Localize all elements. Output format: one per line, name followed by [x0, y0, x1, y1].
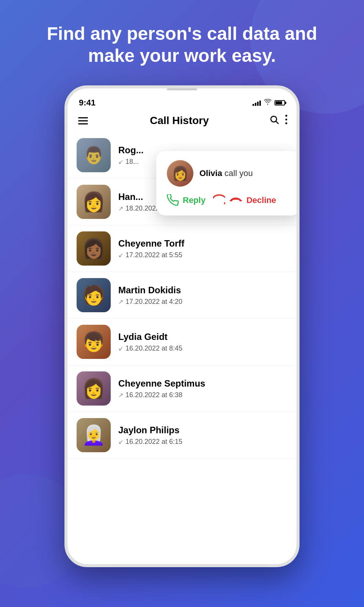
- call-info: Cheyenne Torff ↙ 17.20.2022 at 5:55: [118, 238, 287, 259]
- status-time: 9:41: [79, 98, 96, 108]
- call-item[interactable]: 👩🏾 Cheyenne Torff ↙ 17.20.2022 at 5:55: [67, 225, 297, 272]
- call-list: 👨 Rog... ↙ 18... 👩 Olivia call you: [67, 132, 297, 459]
- call-detail: ↗ 17.20.2022 at 4:20: [118, 298, 287, 306]
- call-direction-icon: ↙: [118, 438, 123, 445]
- signal-icon: [253, 100, 261, 106]
- app-header: Call History: [67, 111, 297, 132]
- search-button[interactable]: [269, 115, 279, 127]
- caller-name: Olivia: [199, 168, 222, 178]
- status-bar: 9:41: [67, 92, 297, 111]
- call-detail: ↙ 16.20.2022 at 6:15: [118, 438, 287, 446]
- call-direction-icon: ↙: [118, 252, 123, 259]
- contact-name: Martin Dokidis: [118, 285, 287, 296]
- call-info: Jaylon Philips ↙ 16.20.2022 at 6:15: [118, 425, 287, 446]
- contact-name: Lydia Geidt: [118, 332, 287, 342]
- decline-icon: [229, 196, 243, 205]
- reply-phone-icon: [167, 194, 179, 206]
- call-info: Lydia Geidt ↙ 16.20.2022 at 8:45: [118, 332, 287, 352]
- popup-actions: Reply Decline: [167, 194, 290, 206]
- menu-button[interactable]: [77, 116, 89, 126]
- avatar: 👩🏾: [77, 231, 111, 266]
- status-icons: [253, 99, 285, 107]
- header-actions: [269, 115, 287, 127]
- call-direction-icon: ↙: [118, 345, 123, 352]
- avatar: 👨: [77, 138, 111, 172]
- caller-info: Olivia call you: [199, 168, 253, 178]
- call-info: Cheyenne Septimus ↗ 16.20.2022 at 6:38: [118, 378, 287, 399]
- decline-phone-icon: [213, 194, 225, 206]
- phone-notch: [67, 88, 297, 90]
- caller-avatar: 👩: [167, 160, 193, 187]
- svg-point-2: [285, 115, 287, 117]
- call-info: Martin Dokidis ↗ 17.20.2022 at 4:20: [118, 285, 287, 306]
- app-title: Call History: [150, 115, 209, 127]
- svg-point-3: [285, 119, 287, 121]
- reply-button[interactable]: Reply: [167, 194, 206, 206]
- call-detail: ↙ 16.20.2022 at 8:45: [118, 344, 287, 352]
- call-detail: ↗ 16.20.2022 at 6:38: [118, 391, 287, 399]
- call-detail: ↙ 17.20.2022 at 5:55: [118, 251, 287, 259]
- headline-line1: Find any person's call data and: [47, 24, 317, 44]
- call-direction-icon: ↗: [118, 392, 123, 399]
- popup-header: 👩 Olivia call you: [167, 160, 290, 187]
- headline-line2: make your work easy.: [88, 46, 276, 66]
- avatar: 👩‍🦳: [77, 418, 111, 452]
- incoming-call-popup: 👩 Olivia call you Reply: [156, 151, 297, 215]
- avatar: 👦: [77, 325, 111, 359]
- avatar: 🧑: [77, 278, 111, 312]
- notch-pill: [167, 88, 197, 90]
- call-direction-icon: ↗: [118, 298, 123, 305]
- more-button[interactable]: [285, 115, 287, 127]
- call-item[interactable]: 👩‍🦳 Jaylon Philips ↙ 16.20.2022 at 6:15: [67, 412, 297, 459]
- avatar: 👩: [77, 371, 111, 406]
- page-headline: Find any person's call data and make you…: [24, 23, 340, 66]
- call-item[interactable]: 🧑 Martin Dokidis ↗ 17.20.2022 at 4:20: [67, 272, 297, 319]
- call-item[interactable]: 👩 Cheyenne Septimus ↗ 16.20.2022 at 6:38: [67, 365, 297, 412]
- contact-name: Cheyenne Torff: [118, 238, 287, 249]
- caller-suffix: call you: [222, 168, 253, 178]
- contact-name: Jaylon Philips: [118, 425, 287, 436]
- reply-label: Reply: [183, 195, 206, 205]
- avatar: 👩: [77, 185, 111, 219]
- call-direction-icon: ↗: [118, 205, 123, 212]
- decline-label: Decline: [246, 195, 276, 205]
- decline-button[interactable]: Decline: [213, 194, 276, 206]
- battery-icon: [275, 100, 285, 105]
- svg-point-4: [285, 123, 287, 124]
- contact-name: Cheyenne Septimus: [118, 378, 287, 389]
- phone-frame: 9:41: [64, 85, 300, 567]
- wifi-icon: [264, 99, 271, 107]
- svg-line-1: [276, 121, 278, 124]
- call-item[interactable]: 👨 Rog... ↙ 18... 👩 Olivia call you: [67, 132, 297, 179]
- call-item[interactable]: 👦 Lydia Geidt ↙ 16.20.2022 at 8:45: [67, 319, 297, 365]
- call-direction-icon: ↙: [118, 158, 123, 165]
